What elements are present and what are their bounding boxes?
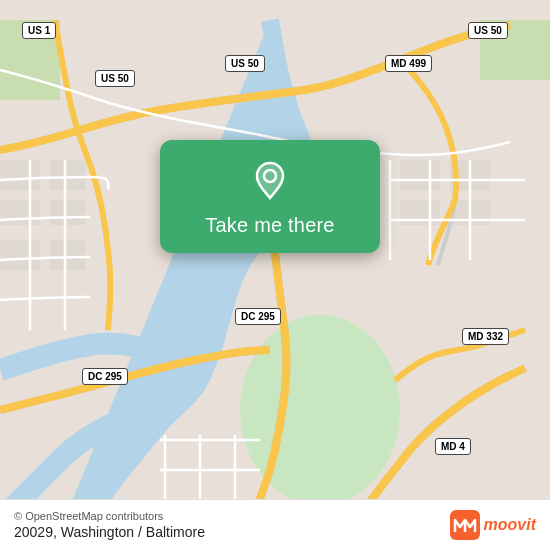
svg-rect-7 <box>50 200 85 225</box>
take-me-there-button[interactable]: Take me there <box>160 140 380 253</box>
route-badge-us50-right: US 50 <box>468 22 508 39</box>
route-badge-dc295b: DC 295 <box>82 368 128 385</box>
bottom-bar: © OpenStreetMap contributors 20029, Wash… <box>0 499 550 550</box>
location-label: 20029, Washington / Baltimore <box>14 524 205 540</box>
location-pin-icon <box>248 158 292 202</box>
svg-rect-8 <box>0 240 40 270</box>
svg-rect-6 <box>0 200 40 225</box>
svg-rect-5 <box>50 160 85 190</box>
route-badge-md332: MD 332 <box>462 328 509 345</box>
moovit-text: moovit <box>484 516 536 534</box>
map-container: US 1 US 50 US 50 US 50 MD 499 DC 295 DC … <box>0 0 550 550</box>
svg-rect-9 <box>50 240 85 270</box>
svg-rect-10 <box>400 160 440 190</box>
route-badge-us50-mid: US 50 <box>225 55 265 72</box>
moovit-icon <box>450 510 480 540</box>
moovit-logo: moovit <box>450 510 536 540</box>
route-badge-us1: US 1 <box>22 22 56 39</box>
route-badge-us50-left: US 50 <box>95 70 135 87</box>
svg-rect-4 <box>0 160 40 190</box>
route-badge-dc295: DC 295 <box>235 308 281 325</box>
map-svg <box>0 0 550 550</box>
route-badge-md499: MD 499 <box>385 55 432 72</box>
route-badge-md4: MD 4 <box>435 438 471 455</box>
attribution: © OpenStreetMap contributors <box>14 510 205 522</box>
popup-label: Take me there <box>205 214 334 237</box>
